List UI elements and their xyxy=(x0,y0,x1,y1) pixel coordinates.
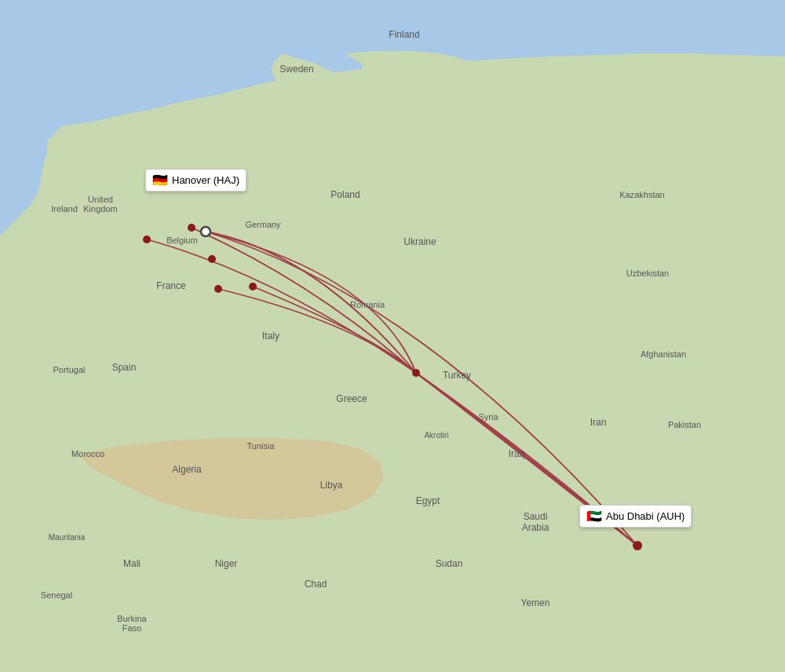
svg-text:Turkey: Turkey xyxy=(443,370,471,381)
svg-text:France: France xyxy=(156,280,186,291)
map-svg: Finland Sweden United Kingdom Ireland Be… xyxy=(0,0,785,672)
svg-text:Greece: Greece xyxy=(336,393,367,404)
svg-text:Tunisia: Tunisia xyxy=(246,441,275,451)
svg-text:Syria: Syria xyxy=(478,412,498,422)
abudhabi-label-text: Abu Dhabi (AUH) xyxy=(606,510,685,522)
abudhabi-label: 🇦🇪 Abu Dhabi (AUH) xyxy=(579,505,692,528)
svg-text:Akrotiri: Akrotiri xyxy=(424,431,448,440)
svg-text:Algeria: Algeria xyxy=(172,464,202,475)
svg-text:Chad: Chad xyxy=(305,579,327,590)
brussels-waypoint xyxy=(188,224,195,232)
svg-text:Sudan: Sudan xyxy=(436,558,463,569)
svg-text:Finland: Finland xyxy=(389,29,419,40)
abudhabi-dest-dot xyxy=(633,541,642,550)
svg-text:Afghanistan: Afghanistan xyxy=(641,349,686,359)
svg-text:Niger: Niger xyxy=(215,558,238,569)
svg-text:Italy: Italy xyxy=(262,331,279,341)
hanover-label-text: Hanover (HAJ) xyxy=(172,174,239,186)
svg-text:Faso: Faso xyxy=(122,623,141,633)
istanbul-waypoint xyxy=(412,369,420,377)
svg-text:Saudi: Saudi xyxy=(524,511,548,522)
svg-text:Senegal: Senegal xyxy=(41,590,72,600)
svg-text:Uzbekistan: Uzbekistan xyxy=(626,268,669,278)
uae-flag: 🇦🇪 xyxy=(586,509,602,524)
svg-text:Libya: Libya xyxy=(320,480,343,491)
svg-point-1 xyxy=(424,416,452,432)
svg-text:Egypt: Egypt xyxy=(416,495,440,506)
svg-text:Ukraine: Ukraine xyxy=(403,236,436,247)
basel-waypoint xyxy=(214,285,222,293)
svg-text:Yemen: Yemen xyxy=(521,597,550,608)
milan-waypoint xyxy=(249,283,257,290)
svg-text:Romania: Romania xyxy=(350,300,385,309)
london-waypoint xyxy=(143,236,151,243)
svg-text:Spain: Spain xyxy=(112,362,137,373)
svg-text:Morocco: Morocco xyxy=(71,449,104,458)
svg-text:Sweden: Sweden xyxy=(279,64,313,75)
hanover-origin-dot xyxy=(201,227,210,236)
germany-flag: 🇩🇪 xyxy=(152,173,168,188)
svg-text:Belgium: Belgium xyxy=(166,236,198,245)
svg-text:Mauritania: Mauritania xyxy=(49,533,86,542)
svg-text:Arabia: Arabia xyxy=(522,522,550,533)
svg-text:Mali: Mali xyxy=(123,558,141,569)
svg-text:Burkina: Burkina xyxy=(117,614,147,623)
svg-text:United: United xyxy=(88,195,113,204)
svg-text:Portugal: Portugal xyxy=(53,365,86,374)
cologne-waypoint xyxy=(208,255,216,263)
svg-text:Pakistan: Pakistan xyxy=(668,420,701,429)
map-container: Finland Sweden United Kingdom Ireland Be… xyxy=(0,0,785,672)
hanover-label: 🇩🇪 Hanover (HAJ) xyxy=(145,169,246,192)
svg-text:Kazakhstan: Kazakhstan xyxy=(619,190,664,199)
svg-text:Iran: Iran xyxy=(590,417,607,428)
svg-text:Poland: Poland xyxy=(330,189,360,200)
svg-text:Kingdom: Kingdom xyxy=(83,204,117,214)
svg-text:Germany: Germany xyxy=(245,220,281,229)
svg-text:Iraq: Iraq xyxy=(509,448,525,459)
svg-text:Ireland: Ireland xyxy=(51,204,78,214)
